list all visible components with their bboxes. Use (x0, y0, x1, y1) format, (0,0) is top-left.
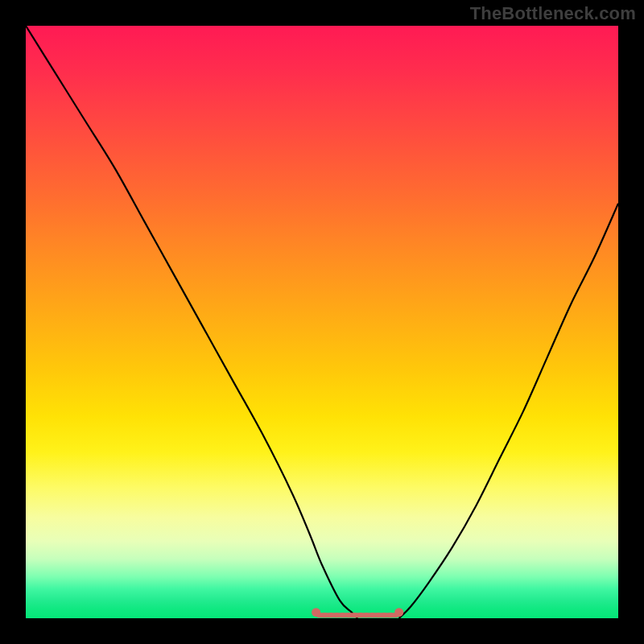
curve-left (26, 26, 357, 618)
svg-point-14 (394, 608, 403, 617)
plot-area (26, 26, 618, 618)
baseline-dash (312, 608, 403, 617)
curve-right (399, 204, 618, 618)
chart-overlay (26, 26, 618, 618)
chart-frame: TheBottleneck.com (0, 0, 644, 644)
watermark-text: TheBottleneck.com (470, 3, 636, 24)
